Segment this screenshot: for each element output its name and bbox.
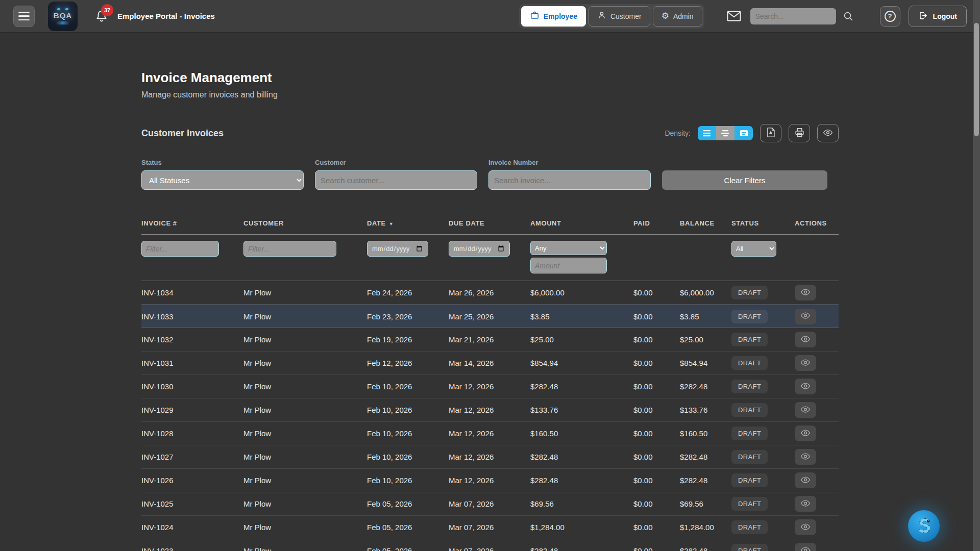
eye-icon <box>800 382 811 391</box>
cell-amount: $6,000.00 <box>530 288 633 297</box>
status-badge: DRAFT <box>731 497 768 511</box>
cell-customer: Mr Plow <box>243 406 367 414</box>
table-row[interactable]: INV-1024Mr PlowFeb 05, 2026Mar 07, 2026$… <box>141 516 839 539</box>
cell-customer: Mr Plow <box>243 476 367 485</box>
col-balance[interactable]: Balance <box>680 219 731 227</box>
logo-text: BQA <box>54 11 72 20</box>
tab-admin[interactable]: ⚙ Admin <box>653 6 702 27</box>
density-comfortable-icon[interactable] <box>734 126 753 140</box>
table-row[interactable]: INV-1023Mr PlowFeb 05, 2026Mar 07, 2026$… <box>141 539 839 551</box>
table-row[interactable]: INV-1028Mr PlowFeb 10, 2026Mar 12, 2026$… <box>141 422 839 445</box>
cell-invoice: INV-1023 <box>141 546 243 551</box>
cell-paid: $0.00 <box>633 476 680 485</box>
logout-button[interactable]: Logout <box>909 6 967 27</box>
tab-employee[interactable]: Employee <box>521 6 586 27</box>
table-row[interactable]: INV-1027Mr PlowFeb 10, 2026Mar 12, 2026$… <box>141 445 839 469</box>
cell-amount: $25.00 <box>530 335 633 344</box>
amount-column-filter[interactable] <box>530 258 607 273</box>
logout-icon <box>918 11 928 22</box>
clear-filters-button[interactable]: Clear Filters <box>662 170 827 190</box>
view-invoice-button[interactable] <box>795 402 816 418</box>
table-row[interactable]: INV-1030Mr PlowFeb 10, 2026Mar 12, 2026$… <box>141 375 839 398</box>
cell-due: Mar 26, 2026 <box>449 288 530 297</box>
cell-customer: Mr Plow <box>243 499 367 508</box>
view-invoice-button[interactable] <box>795 309 816 324</box>
table-row[interactable]: INV-1032Mr PlowFeb 19, 2026Mar 21, 2026$… <box>141 328 839 352</box>
view-invoice-button[interactable] <box>795 332 816 347</box>
view-invoice-button[interactable] <box>795 472 816 488</box>
status-column-filter[interactable]: All <box>731 241 776 257</box>
print-button[interactable] <box>789 124 810 142</box>
sort-desc-icon: ▼ <box>389 221 394 227</box>
cell-due: Mar 12, 2026 <box>449 429 530 438</box>
col-customer[interactable]: Customer <box>243 219 367 227</box>
col-date[interactable]: Date▼ <box>367 219 449 227</box>
status-badge: DRAFT <box>731 333 768 346</box>
customer-column-filter[interactable] <box>243 241 336 257</box>
invoice-filter-label: Invoice Number <box>488 159 651 166</box>
view-invoice-button[interactable] <box>795 285 816 300</box>
scrollbar[interactable] <box>973 0 980 551</box>
assistant-fab[interactable] <box>908 510 940 542</box>
table-row[interactable]: INV-1026Mr PlowFeb 10, 2026Mar 12, 2026$… <box>141 469 839 492</box>
table-row[interactable]: INV-1034Mr PlowFeb 24, 2026Mar 26, 2026$… <box>141 281 839 305</box>
tab-customer[interactable]: Customer <box>589 6 650 27</box>
table-row[interactable]: INV-1031Mr PlowFeb 12, 2026Mar 14, 2026$… <box>141 352 839 375</box>
status-badge: DRAFT <box>731 310 768 323</box>
date-column-filter[interactable] <box>367 241 428 257</box>
cell-date: Feb 24, 2026 <box>367 288 449 297</box>
eye-icon <box>800 359 811 368</box>
amount-operator-select[interactable]: Any <box>530 241 607 255</box>
customer-filter-input[interactable] <box>315 170 477 190</box>
gear-icon: ⚙ <box>662 12 669 20</box>
cell-invoice: INV-1030 <box>141 382 243 391</box>
col-paid[interactable]: Paid <box>633 219 680 227</box>
export-pdf-button[interactable] <box>760 124 781 142</box>
scrollbar-thumb[interactable] <box>974 23 979 136</box>
menu-icon[interactable] <box>13 6 35 27</box>
visibility-button[interactable] <box>817 124 839 142</box>
cell-amount: $133.76 <box>530 406 633 414</box>
density-label: Density: <box>665 129 691 137</box>
view-invoice-button[interactable] <box>795 449 816 465</box>
view-invoice-button[interactable] <box>795 425 816 441</box>
table-row[interactable]: INV-1025Mr PlowFeb 05, 2026Mar 07, 2026$… <box>141 492 839 516</box>
cell-due: Mar 12, 2026 <box>449 453 530 461</box>
col-amount[interactable]: Amount <box>530 219 633 227</box>
invoice-column-filter[interactable] <box>141 241 219 257</box>
view-invoice-button[interactable] <box>795 379 816 394</box>
status-badge: DRAFT <box>731 286 768 299</box>
status-badge: DRAFT <box>731 356 768 370</box>
cell-invoice: INV-1027 <box>141 453 243 461</box>
logo-robot-base <box>56 21 69 24</box>
cell-customer: Mr Plow <box>243 523 367 532</box>
view-invoice-button[interactable] <box>795 496 816 512</box>
search-icon[interactable] <box>843 11 853 21</box>
cell-due: Mar 12, 2026 <box>449 382 530 391</box>
density-normal-icon[interactable] <box>716 126 734 140</box>
mail-icon[interactable] <box>727 11 741 21</box>
col-invoice[interactable]: Invoice # <box>141 219 243 227</box>
view-invoice-button[interactable] <box>795 519 816 535</box>
eye-icon <box>800 429 811 438</box>
status-filter-select[interactable]: All Statuses <box>141 170 304 190</box>
help-button[interactable]: ? <box>880 6 900 27</box>
col-due-date[interactable]: Due Date <box>449 219 530 227</box>
cell-amount: $1,284.00 <box>530 523 633 532</box>
due-date-column-filter[interactable] <box>449 241 510 257</box>
table-row[interactable]: INV-1033Mr PlowFeb 23, 2026Mar 25, 2026$… <box>141 305 839 328</box>
invoice-filter-input[interactable] <box>488 170 651 190</box>
cell-due: Mar 07, 2026 <box>449 546 530 551</box>
cell-amount: $3.85 <box>530 312 633 321</box>
cell-due: Mar 21, 2026 <box>449 335 530 344</box>
table-row[interactable]: INV-1029Mr PlowFeb 10, 2026Mar 12, 2026$… <box>141 398 839 422</box>
view-invoice-button[interactable] <box>795 355 816 371</box>
cell-date: Feb 05, 2026 <box>367 499 449 508</box>
density-compact-icon[interactable] <box>698 126 716 140</box>
notifications-button[interactable]: 37 <box>95 9 108 23</box>
col-status[interactable]: Status <box>731 219 795 227</box>
view-invoice-button[interactable] <box>795 543 816 551</box>
cell-balance: $6,000.00 <box>680 288 731 297</box>
logout-label: Logout <box>933 12 957 20</box>
search-input[interactable] <box>750 8 836 24</box>
